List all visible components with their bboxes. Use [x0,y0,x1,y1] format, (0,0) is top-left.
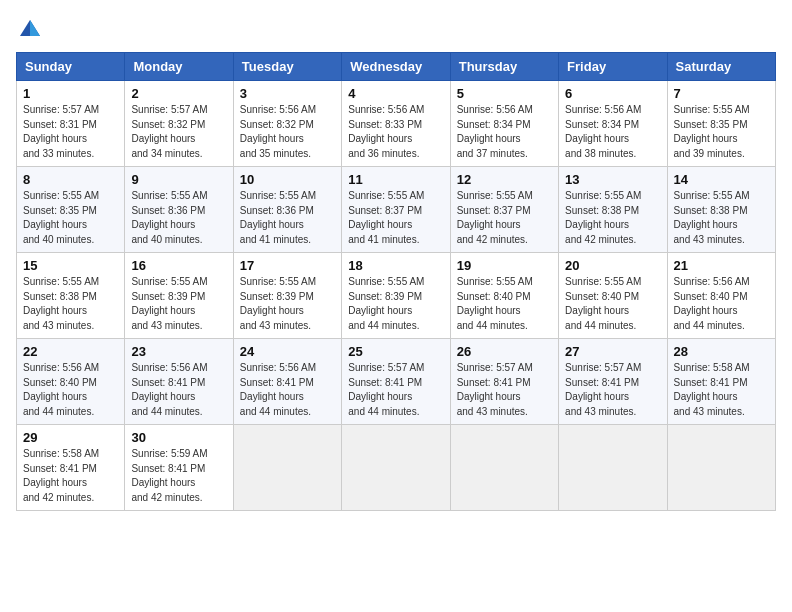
calendar-day-cell: 1Sunrise: 5:57 AMSunset: 8:31 PMDaylight… [17,81,125,167]
day-number: 13 [565,172,660,187]
day-number: 28 [674,344,769,359]
day-info: Sunrise: 5:59 AMSunset: 8:41 PMDaylight … [131,447,226,505]
calendar-day-cell: 25Sunrise: 5:57 AMSunset: 8:41 PMDayligh… [342,339,450,425]
calendar-day-cell: 17Sunrise: 5:55 AMSunset: 8:39 PMDayligh… [233,253,341,339]
calendar-day-cell: 20Sunrise: 5:55 AMSunset: 8:40 PMDayligh… [559,253,667,339]
day-info: Sunrise: 5:55 AMSunset: 8:36 PMDaylight … [131,189,226,247]
day-number: 21 [674,258,769,273]
day-info: Sunrise: 5:56 AMSunset: 8:40 PMDaylight … [674,275,769,333]
day-info: Sunrise: 5:55 AMSunset: 8:35 PMDaylight … [674,103,769,161]
calendar-day-cell: 9Sunrise: 5:55 AMSunset: 8:36 PMDaylight… [125,167,233,253]
day-info: Sunrise: 5:56 AMSunset: 8:34 PMDaylight … [565,103,660,161]
calendar-week-row: 15Sunrise: 5:55 AMSunset: 8:38 PMDayligh… [17,253,776,339]
calendar-day-cell: 8Sunrise: 5:55 AMSunset: 8:35 PMDaylight… [17,167,125,253]
day-number: 27 [565,344,660,359]
calendar-day-cell [342,425,450,511]
day-number: 23 [131,344,226,359]
calendar-day-cell: 19Sunrise: 5:55 AMSunset: 8:40 PMDayligh… [450,253,558,339]
day-info: Sunrise: 5:57 AMSunset: 8:41 PMDaylight … [348,361,443,419]
calendar-day-cell: 24Sunrise: 5:56 AMSunset: 8:41 PMDayligh… [233,339,341,425]
day-info: Sunrise: 5:56 AMSunset: 8:33 PMDaylight … [348,103,443,161]
day-info: Sunrise: 5:55 AMSunset: 8:39 PMDaylight … [348,275,443,333]
calendar-day-cell: 3Sunrise: 5:56 AMSunset: 8:32 PMDaylight… [233,81,341,167]
day-info: Sunrise: 5:57 AMSunset: 8:41 PMDaylight … [457,361,552,419]
calendar-day-cell: 6Sunrise: 5:56 AMSunset: 8:34 PMDaylight… [559,81,667,167]
day-info: Sunrise: 5:55 AMSunset: 8:35 PMDaylight … [23,189,118,247]
day-number: 2 [131,86,226,101]
day-number: 16 [131,258,226,273]
day-number: 18 [348,258,443,273]
day-info: Sunrise: 5:55 AMSunset: 8:39 PMDaylight … [131,275,226,333]
day-info: Sunrise: 5:57 AMSunset: 8:41 PMDaylight … [565,361,660,419]
day-number: 20 [565,258,660,273]
calendar-day-cell: 10Sunrise: 5:55 AMSunset: 8:36 PMDayligh… [233,167,341,253]
day-info: Sunrise: 5:56 AMSunset: 8:40 PMDaylight … [23,361,118,419]
calendar-day-cell: 23Sunrise: 5:56 AMSunset: 8:41 PMDayligh… [125,339,233,425]
day-info: Sunrise: 5:55 AMSunset: 8:38 PMDaylight … [565,189,660,247]
day-info: Sunrise: 5:55 AMSunset: 8:40 PMDaylight … [457,275,552,333]
day-info: Sunrise: 5:56 AMSunset: 8:32 PMDaylight … [240,103,335,161]
day-number: 9 [131,172,226,187]
day-info: Sunrise: 5:55 AMSunset: 8:40 PMDaylight … [565,275,660,333]
day-info: Sunrise: 5:55 AMSunset: 8:36 PMDaylight … [240,189,335,247]
day-info: Sunrise: 5:55 AMSunset: 8:37 PMDaylight … [457,189,552,247]
day-number: 15 [23,258,118,273]
day-number: 6 [565,86,660,101]
calendar-week-row: 29Sunrise: 5:58 AMSunset: 8:41 PMDayligh… [17,425,776,511]
day-number: 17 [240,258,335,273]
day-number: 14 [674,172,769,187]
calendar-day-cell: 29Sunrise: 5:58 AMSunset: 8:41 PMDayligh… [17,425,125,511]
calendar-header-row: SundayMondayTuesdayWednesdayThursdayFrid… [17,53,776,81]
day-info: Sunrise: 5:55 AMSunset: 8:37 PMDaylight … [348,189,443,247]
calendar-day-cell: 28Sunrise: 5:58 AMSunset: 8:41 PMDayligh… [667,339,775,425]
weekday-header: Saturday [667,53,775,81]
calendar-day-cell [450,425,558,511]
calendar-day-cell: 18Sunrise: 5:55 AMSunset: 8:39 PMDayligh… [342,253,450,339]
day-info: Sunrise: 5:56 AMSunset: 8:34 PMDaylight … [457,103,552,161]
day-number: 11 [348,172,443,187]
calendar-day-cell: 2Sunrise: 5:57 AMSunset: 8:32 PMDaylight… [125,81,233,167]
calendar-day-cell: 27Sunrise: 5:57 AMSunset: 8:41 PMDayligh… [559,339,667,425]
calendar-day-cell: 14Sunrise: 5:55 AMSunset: 8:38 PMDayligh… [667,167,775,253]
day-number: 5 [457,86,552,101]
day-number: 3 [240,86,335,101]
calendar-table: SundayMondayTuesdayWednesdayThursdayFrid… [16,52,776,511]
calendar-day-cell: 13Sunrise: 5:55 AMSunset: 8:38 PMDayligh… [559,167,667,253]
calendar-day-cell: 11Sunrise: 5:55 AMSunset: 8:37 PMDayligh… [342,167,450,253]
page-header [16,16,776,44]
calendar-week-row: 22Sunrise: 5:56 AMSunset: 8:40 PMDayligh… [17,339,776,425]
calendar-day-cell: 16Sunrise: 5:55 AMSunset: 8:39 PMDayligh… [125,253,233,339]
day-number: 30 [131,430,226,445]
calendar-day-cell: 7Sunrise: 5:55 AMSunset: 8:35 PMDaylight… [667,81,775,167]
calendar-day-cell: 5Sunrise: 5:56 AMSunset: 8:34 PMDaylight… [450,81,558,167]
day-number: 26 [457,344,552,359]
day-number: 7 [674,86,769,101]
calendar-day-cell: 15Sunrise: 5:55 AMSunset: 8:38 PMDayligh… [17,253,125,339]
day-number: 22 [23,344,118,359]
day-info: Sunrise: 5:58 AMSunset: 8:41 PMDaylight … [674,361,769,419]
day-info: Sunrise: 5:56 AMSunset: 8:41 PMDaylight … [240,361,335,419]
calendar-day-cell: 21Sunrise: 5:56 AMSunset: 8:40 PMDayligh… [667,253,775,339]
day-info: Sunrise: 5:55 AMSunset: 8:38 PMDaylight … [23,275,118,333]
day-number: 25 [348,344,443,359]
day-number: 29 [23,430,118,445]
day-number: 24 [240,344,335,359]
weekday-header: Thursday [450,53,558,81]
weekday-header: Friday [559,53,667,81]
calendar-day-cell: 26Sunrise: 5:57 AMSunset: 8:41 PMDayligh… [450,339,558,425]
calendar-day-cell: 4Sunrise: 5:56 AMSunset: 8:33 PMDaylight… [342,81,450,167]
day-number: 10 [240,172,335,187]
day-number: 4 [348,86,443,101]
calendar-week-row: 8Sunrise: 5:55 AMSunset: 8:35 PMDaylight… [17,167,776,253]
logo [16,16,48,44]
day-number: 8 [23,172,118,187]
day-info: Sunrise: 5:58 AMSunset: 8:41 PMDaylight … [23,447,118,505]
weekday-header: Sunday [17,53,125,81]
calendar-day-cell [233,425,341,511]
day-info: Sunrise: 5:55 AMSunset: 8:39 PMDaylight … [240,275,335,333]
day-number: 12 [457,172,552,187]
weekday-header: Tuesday [233,53,341,81]
calendar-day-cell: 22Sunrise: 5:56 AMSunset: 8:40 PMDayligh… [17,339,125,425]
weekday-header: Monday [125,53,233,81]
day-number: 1 [23,86,118,101]
